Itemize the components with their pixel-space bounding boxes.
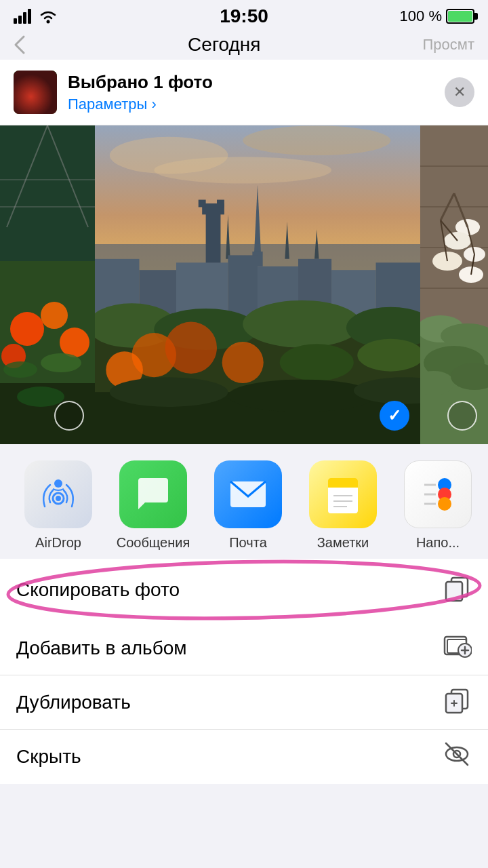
svg-point-17 bbox=[41, 353, 81, 372]
status-bar: 19:50 100 % bbox=[0, 0, 488, 30]
battery-icon bbox=[446, 9, 474, 24]
svg-point-53 bbox=[110, 377, 228, 407]
wifi-icon bbox=[38, 9, 58, 24]
nav-title: Сегодня bbox=[188, 34, 260, 56]
copy-photo-container: Скопировать фото bbox=[0, 559, 488, 621]
messages-app-icon bbox=[119, 460, 187, 528]
airdrop-app-icon bbox=[24, 460, 92, 528]
hide-label: Скрыть bbox=[16, 746, 81, 768]
share-options-link[interactable]: Параметры › bbox=[68, 96, 445, 113]
photo-grid bbox=[0, 125, 488, 444]
svg-point-54 bbox=[228, 380, 375, 412]
svg-rect-2 bbox=[23, 12, 26, 24]
svg-point-22 bbox=[154, 157, 331, 183]
hide-icon bbox=[442, 739, 472, 775]
battery-percentage: 100 % bbox=[400, 7, 442, 25]
notes-label: Заметки bbox=[317, 535, 369, 551]
copy-photo-item[interactable]: Скопировать фото bbox=[0, 563, 488, 617]
messages-label: Сообщения bbox=[117, 535, 190, 551]
photo-right[interactable] bbox=[420, 125, 488, 444]
mail-app-icon bbox=[214, 460, 282, 528]
duplicate-label: Дублировать bbox=[16, 692, 131, 713]
duplicate-icon bbox=[442, 684, 472, 720]
selection-circle-center[interactable] bbox=[380, 401, 409, 431]
share-info: Выбрано 1 фото Параметры › bbox=[68, 72, 445, 113]
add-album-label: Добавить в альбом bbox=[16, 637, 187, 659]
svg-rect-97 bbox=[446, 582, 462, 601]
svg-rect-0 bbox=[14, 18, 17, 24]
svg-rect-27 bbox=[217, 200, 224, 208]
add-album-item[interactable]: Добавить в альбом bbox=[0, 621, 488, 675]
signal-icon bbox=[14, 9, 33, 24]
status-time: 19:50 bbox=[220, 5, 268, 27]
selection-circle-right[interactable] bbox=[447, 401, 477, 431]
battery-fill bbox=[448, 11, 472, 22]
nav-right-text[interactable]: Просмт bbox=[423, 36, 474, 54]
svg-rect-85 bbox=[328, 485, 358, 488]
svg-point-44 bbox=[243, 300, 361, 348]
app-item-mail[interactable]: Почта bbox=[201, 460, 296, 551]
add-album-icon bbox=[442, 630, 472, 666]
reminders-app-icon bbox=[404, 460, 472, 528]
airdrop-label: AirDrop bbox=[35, 535, 81, 551]
duplicate-item[interactable]: Дублировать bbox=[0, 675, 488, 730]
share-header: Выбрано 1 фото Параметры › ✕ bbox=[0, 60, 488, 125]
svg-point-49 bbox=[222, 342, 264, 383]
svg-point-81 bbox=[54, 479, 62, 488]
svg-point-14 bbox=[60, 328, 89, 357]
action-list: Скопировать фото Добавить в альбом Дубли… bbox=[0, 559, 488, 784]
apps-row: AirDrop Сообщения Почта bbox=[0, 444, 488, 559]
svg-point-80 bbox=[56, 496, 61, 501]
app-item-airdrop[interactable]: AirDrop bbox=[11, 460, 106, 551]
app-item-reminders[interactable]: Напо... bbox=[390, 460, 485, 551]
svg-point-12 bbox=[41, 302, 68, 329]
status-left bbox=[14, 9, 58, 24]
copy-icon bbox=[442, 572, 472, 608]
svg-rect-26 bbox=[199, 200, 206, 208]
copy-photo-label: Скопировать фото bbox=[16, 579, 180, 601]
nav-bar: Сегодня Просмт bbox=[0, 30, 488, 60]
photo-center[interactable] bbox=[95, 125, 420, 444]
svg-point-91 bbox=[438, 497, 451, 511]
svg-point-11 bbox=[10, 312, 44, 346]
svg-point-21 bbox=[243, 125, 390, 155]
svg-point-50 bbox=[280, 344, 354, 381]
back-button[interactable] bbox=[14, 35, 26, 55]
svg-rect-3 bbox=[28, 9, 31, 24]
svg-point-18 bbox=[17, 387, 64, 407]
share-title: Выбрано 1 фото bbox=[68, 72, 445, 93]
mail-label: Почта bbox=[229, 535, 267, 551]
svg-point-16 bbox=[3, 361, 37, 378]
reminders-label: Напо... bbox=[416, 535, 460, 551]
selection-circle-left[interactable] bbox=[54, 401, 84, 431]
svg-rect-1 bbox=[18, 16, 22, 24]
notes-app-icon bbox=[309, 460, 377, 528]
hide-item[interactable]: Скрыть bbox=[0, 730, 488, 784]
app-item-messages[interactable]: Сообщения bbox=[106, 460, 201, 551]
status-right: 100 % bbox=[400, 7, 474, 25]
photo-bg-left bbox=[0, 125, 95, 444]
svg-point-48 bbox=[165, 322, 217, 374]
share-thumbnail bbox=[14, 71, 57, 114]
svg-point-4 bbox=[47, 20, 50, 24]
svg-rect-6 bbox=[0, 125, 95, 261]
photo-left[interactable] bbox=[0, 125, 95, 444]
svg-rect-24 bbox=[206, 207, 221, 266]
share-close-button[interactable]: ✕ bbox=[445, 77, 474, 107]
app-item-notes[interactable]: Заметки bbox=[296, 460, 390, 551]
